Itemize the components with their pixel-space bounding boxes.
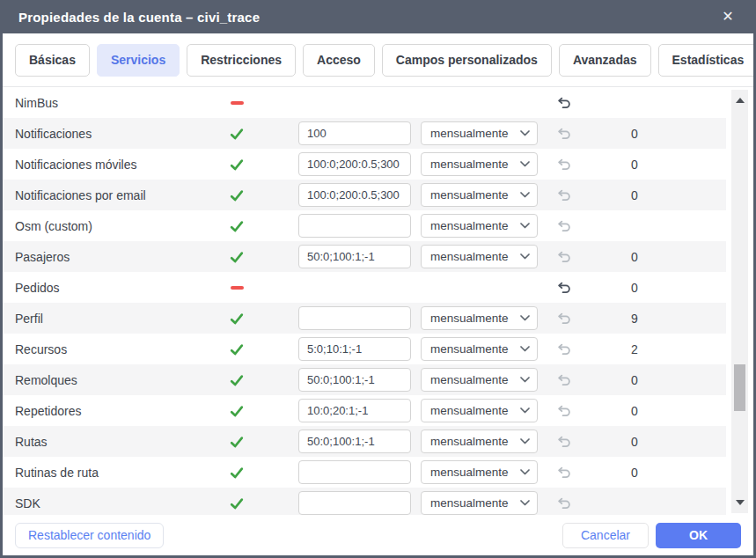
usage-count: 0 bbox=[608, 180, 661, 210]
services-table: NimBus Notificaciones bbox=[3, 87, 753, 515]
undo-button[interactable] bbox=[552, 272, 575, 303]
interval-select[interactable]: mensualmente bbox=[421, 245, 538, 268]
interval-select[interactable]: mensualmente bbox=[421, 183, 538, 207]
cancel-button[interactable]: Cancelar bbox=[562, 523, 649, 548]
service-status-toggle[interactable] bbox=[224, 334, 249, 364]
usage-count bbox=[608, 210, 661, 241]
reset-content-button[interactable]: Restablecer contenido bbox=[15, 523, 164, 548]
undo-button[interactable] bbox=[552, 395, 575, 426]
dialog-titlebar: Propiedades de la cuenta – civi_trace ✕ bbox=[3, 0, 753, 33]
chevron-down-icon bbox=[520, 130, 530, 136]
undo-button[interactable] bbox=[552, 180, 575, 210]
interval-selected-value: mensualmente bbox=[430, 466, 520, 479]
service-status-toggle[interactable] bbox=[224, 303, 249, 334]
service-status-toggle[interactable] bbox=[224, 457, 249, 488]
check-icon bbox=[229, 249, 245, 265]
service-status-toggle[interactable] bbox=[224, 180, 249, 210]
tab-item[interactable]: Campos personalizados bbox=[382, 44, 552, 77]
undo-button[interactable] bbox=[552, 364, 575, 395]
tab-label: Acceso bbox=[317, 53, 361, 67]
limit-input[interactable] bbox=[298, 399, 411, 422]
limit-input[interactable] bbox=[298, 430, 411, 453]
tab-item[interactable]: Servicios bbox=[97, 44, 180, 77]
scrollbar[interactable] bbox=[731, 90, 748, 513]
undo-button[interactable] bbox=[552, 303, 575, 334]
service-name: Osm (custom) bbox=[15, 210, 92, 241]
service-status-toggle[interactable] bbox=[224, 241, 249, 272]
limit-input[interactable] bbox=[298, 368, 411, 392]
undo-icon bbox=[556, 95, 571, 110]
interval-select[interactable]: mensualmente bbox=[421, 399, 538, 422]
service-status-toggle[interactable] bbox=[224, 488, 249, 515]
service-status-toggle[interactable] bbox=[224, 149, 249, 180]
chevron-down-icon bbox=[520, 407, 530, 414]
service-status-toggle[interactable] bbox=[224, 426, 249, 457]
service-name: Perfil bbox=[15, 303, 43, 334]
check-icon bbox=[229, 434, 245, 450]
interval-select[interactable]: mensualmente bbox=[421, 121, 538, 145]
tab-label: Estadísticas bbox=[672, 53, 745, 67]
undo-icon bbox=[556, 372, 571, 387]
service-status-toggle[interactable] bbox=[224, 118, 249, 149]
interval-select[interactable]: mensualmente bbox=[421, 460, 538, 484]
tab-item[interactable]: Estadísticas bbox=[658, 44, 756, 77]
undo-button[interactable] bbox=[552, 334, 575, 364]
undo-button[interactable] bbox=[552, 87, 575, 118]
table-row: Rutas mensualmente 0 bbox=[3, 426, 726, 457]
table-row: Osm (custom) mensualmente bbox=[3, 210, 726, 241]
undo-button[interactable] bbox=[552, 210, 575, 241]
undo-button[interactable] bbox=[552, 241, 575, 272]
close-icon[interactable]: ✕ bbox=[718, 7, 738, 26]
tab-item[interactable]: Restricciones bbox=[187, 44, 296, 77]
interval-select[interactable]: mensualmente bbox=[421, 491, 538, 515]
service-status-toggle[interactable] bbox=[224, 364, 249, 395]
tab-label: Restricciones bbox=[201, 53, 282, 67]
interval-select[interactable]: mensualmente bbox=[421, 214, 538, 238]
service-status-toggle[interactable] bbox=[224, 395, 249, 426]
limit-input[interactable] bbox=[298, 183, 411, 207]
chevron-down-icon bbox=[520, 438, 530, 444]
usage-count bbox=[608, 488, 661, 515]
tab-bar: Básicas Servicios Restricciones Acceso C… bbox=[3, 33, 753, 87]
scrollbar-thumb[interactable] bbox=[734, 364, 745, 411]
undo-button[interactable] bbox=[552, 149, 575, 180]
undo-button[interactable] bbox=[552, 488, 575, 515]
chevron-down-icon bbox=[520, 223, 530, 229]
scroll-down-icon[interactable] bbox=[731, 496, 748, 510]
scroll-up-icon[interactable] bbox=[731, 93, 748, 107]
tab-item[interactable]: Avanzadas bbox=[559, 44, 651, 77]
limit-input[interactable] bbox=[298, 491, 411, 515]
limit-input[interactable] bbox=[298, 306, 411, 330]
limit-input[interactable] bbox=[298, 152, 411, 176]
interval-select[interactable]: mensualmente bbox=[421, 368, 538, 392]
interval-select[interactable]: mensualmente bbox=[421, 306, 538, 330]
service-status-toggle[interactable] bbox=[224, 272, 249, 303]
limit-input[interactable] bbox=[298, 214, 411, 238]
usage-count: 0 bbox=[608, 426, 661, 457]
tab-item[interactable]: Básicas bbox=[15, 44, 90, 77]
interval-select[interactable]: mensualmente bbox=[421, 152, 538, 176]
service-status-toggle[interactable] bbox=[224, 210, 249, 241]
undo-button[interactable] bbox=[552, 426, 575, 457]
undo-button[interactable] bbox=[552, 118, 575, 149]
undo-icon bbox=[556, 218, 571, 233]
limit-input[interactable] bbox=[298, 121, 411, 145]
service-status-toggle[interactable] bbox=[224, 87, 249, 118]
service-name: Recursos bbox=[15, 334, 67, 364]
interval-select[interactable]: mensualmente bbox=[421, 430, 538, 453]
interval-select[interactable]: mensualmente bbox=[421, 337, 538, 361]
limit-input[interactable] bbox=[298, 337, 411, 361]
undo-icon bbox=[556, 465, 571, 480]
table-row: Notificaciones mensualmente 0 bbox=[3, 118, 726, 149]
limit-input[interactable] bbox=[298, 460, 411, 484]
limit-input[interactable] bbox=[298, 245, 411, 268]
minus-icon bbox=[231, 101, 244, 105]
tab-label: Básicas bbox=[29, 53, 76, 67]
tab-item[interactable]: Acceso bbox=[303, 44, 375, 77]
undo-icon bbox=[556, 280, 571, 295]
table-row: Rutinas de ruta mensualmente 0 bbox=[3, 457, 726, 488]
ok-button[interactable]: OK bbox=[656, 523, 741, 548]
undo-button[interactable] bbox=[552, 457, 575, 488]
interval-selected-value: mensualmente bbox=[430, 158, 520, 171]
service-name: Pasajeros bbox=[15, 241, 70, 272]
